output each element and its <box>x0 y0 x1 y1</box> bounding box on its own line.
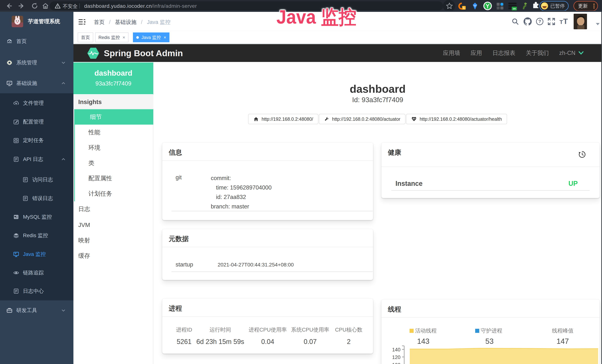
svg-text:?: ? <box>538 19 541 24</box>
svg-text:T: T <box>559 19 563 25</box>
svg-text:T: T <box>563 18 568 25</box>
svg-text:1: 1 <box>463 6 465 10</box>
svg-text:on: on <box>513 7 516 10</box>
